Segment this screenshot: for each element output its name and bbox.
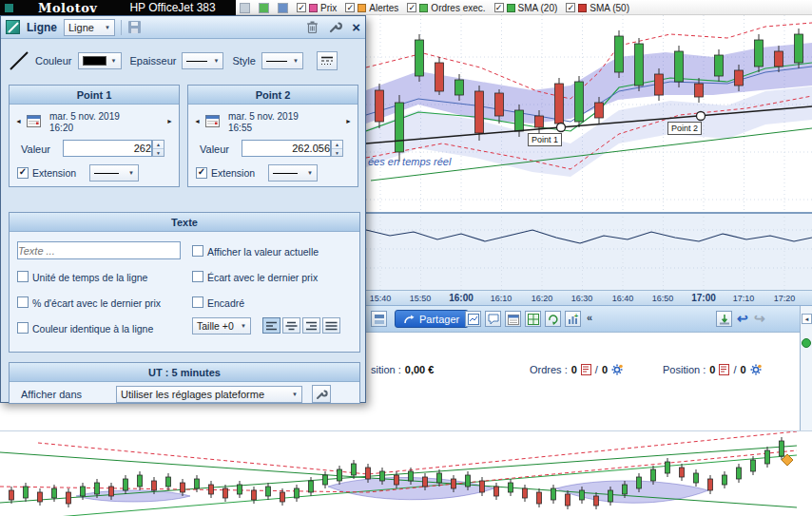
main-chart-area[interactable] bbox=[366, 15, 812, 290]
time-tick: 16:40 bbox=[612, 294, 634, 303]
couleur-identique-checkbox[interactable] bbox=[17, 322, 29, 334]
afficher-valeur-checkbox[interactable] bbox=[192, 245, 203, 257]
panels-icon[interactable] bbox=[371, 311, 387, 327]
layout-icon[interactable] bbox=[278, 3, 288, 13]
prev-bar-icon[interactable]: ◄ bbox=[15, 118, 22, 124]
linestyle-dropdown[interactable]: ▼ bbox=[261, 52, 303, 69]
checkbox[interactable]: ✓ bbox=[297, 3, 306, 12]
calendar-icon[interactable] bbox=[205, 114, 222, 128]
encadre-checkbox[interactable] bbox=[192, 296, 203, 308]
svg-text:+: + bbox=[574, 314, 578, 319]
date-display[interactable]: mar. 5 nov. 2019 16:55 bbox=[228, 111, 299, 134]
add-icon[interactable] bbox=[259, 3, 269, 13]
toggle-label: Alertes bbox=[369, 3, 398, 13]
orders-list-icon[interactable] bbox=[581, 364, 591, 375]
step-up-icon[interactable]: ▲ bbox=[153, 141, 164, 149]
afficher-dans-dropdown[interactable]: Utiliser les réglages plateforme ▼ bbox=[116, 386, 302, 403]
calendar-icon[interactable] bbox=[27, 114, 43, 128]
gear-icon[interactable] bbox=[611, 364, 623, 375]
daily-chart-area[interactable] bbox=[0, 430, 812, 516]
ecart-dernier-prix-checkbox[interactable] bbox=[192, 271, 203, 282]
checkbox[interactable]: ✓ bbox=[345, 3, 355, 12]
align-justify-button[interactable] bbox=[322, 317, 340, 334]
point2-header: Point 2 bbox=[188, 86, 358, 105]
toggle-alertes[interactable]: ✓ Alertes bbox=[345, 3, 398, 13]
tool-selector-dropdown[interactable]: Ligne ▼ bbox=[64, 19, 115, 36]
valeur-label: Valeur bbox=[200, 143, 229, 155]
dialog-title: Ligne bbox=[27, 21, 57, 34]
time-axis[interactable]: 15:40 15:50 16:00 16:10 16:20 16:30 16:4… bbox=[366, 290, 812, 306]
valeur-stepper[interactable]: ▲ ▼ bbox=[152, 140, 164, 157]
position-label: sition : bbox=[371, 364, 401, 375]
calendar-icon[interactable] bbox=[505, 311, 521, 327]
unite-temps-checkbox[interactable] bbox=[17, 271, 29, 282]
share-icon bbox=[404, 315, 415, 324]
time-value: 16:20 bbox=[49, 123, 120, 134]
extension-style-dropdown[interactable]: ▼ bbox=[89, 164, 139, 182]
pourcent-ecart-checkbox[interactable] bbox=[17, 296, 29, 308]
positions-list-icon[interactable] bbox=[719, 364, 729, 375]
texte-input[interactable] bbox=[17, 241, 181, 259]
unite-temps-label: Unité de temps de la ligne bbox=[32, 272, 147, 283]
step-down-icon[interactable]: ▼ bbox=[332, 149, 342, 157]
afficher-dans-value: Utiliser les réglages plateforme bbox=[121, 389, 264, 400]
checkbox[interactable]: ✓ bbox=[494, 3, 504, 12]
next-bar-icon[interactable]: ► bbox=[166, 118, 173, 124]
toggle-sma50[interactable]: ✓ SMA (50) bbox=[566, 3, 629, 13]
position-value: 0,00 € bbox=[405, 364, 435, 375]
delete-icon[interactable] bbox=[306, 20, 319, 34]
export-icon[interactable] bbox=[716, 311, 732, 327]
redo-icon[interactable]: ↪ bbox=[754, 310, 765, 327]
collapse-panel-icon[interactable]: ◄ bbox=[802, 314, 812, 324]
dialog-titlebar[interactable]: Ligne Ligne ▼ × bbox=[1, 16, 365, 39]
alert-icon bbox=[358, 4, 366, 12]
main-chart[interactable] bbox=[366, 15, 812, 290]
save-icon[interactable] bbox=[127, 20, 142, 34]
taskbar-app-officejet[interactable]: HP OfficeJet 383 bbox=[129, 1, 215, 14]
line-sample-icon bbox=[9, 50, 29, 71]
printer-icon[interactable] bbox=[240, 3, 250, 13]
partager-button[interactable]: Partager bbox=[395, 310, 469, 328]
undo-icon[interactable]: ↩ bbox=[737, 310, 748, 327]
chart-window-icon[interactable] bbox=[465, 311, 481, 327]
extension-style-dropdown[interactable]: ▼ bbox=[268, 164, 318, 182]
chart-add-icon[interactable]: + bbox=[565, 311, 581, 327]
align-center-button[interactable] bbox=[282, 317, 300, 334]
toggle-sma20[interactable]: ✓ SMA (20) bbox=[494, 3, 558, 13]
app-icon bbox=[5, 4, 13, 12]
align-right-button[interactable] bbox=[302, 317, 320, 334]
extension-checkbox[interactable]: ✓ bbox=[17, 167, 29, 179]
valeur-input[interactable] bbox=[242, 140, 331, 157]
collapse-icon[interactable]: « bbox=[587, 313, 592, 323]
extension-checkbox[interactable]: ✓ bbox=[196, 167, 207, 179]
wrench-icon[interactable] bbox=[328, 20, 342, 34]
valeur-stepper[interactable]: ▲ ▼ bbox=[331, 140, 343, 157]
close-icon[interactable]: × bbox=[352, 20, 360, 34]
chat-icon[interactable] bbox=[485, 311, 501, 327]
step-down-icon[interactable]: ▼ bbox=[153, 149, 164, 157]
date-display[interactable]: mar. 5 nov. 2019 16:20 bbox=[49, 111, 120, 134]
valeur-input[interactable] bbox=[63, 140, 152, 157]
texte-panel: Texte Afficher la valeur actuelle Unité … bbox=[9, 212, 360, 353]
chevron-down-icon: ▼ bbox=[128, 170, 134, 176]
toggle-ordres-exec[interactable]: ✓ Ordres exec. bbox=[407, 3, 485, 13]
prev-bar-icon[interactable]: ◄ bbox=[194, 118, 201, 124]
toggle-prix[interactable]: ✓ Prix bbox=[297, 3, 337, 13]
color-dropdown[interactable]: ▼ bbox=[78, 52, 122, 69]
next-bar-icon[interactable]: ► bbox=[345, 118, 352, 124]
taille-dropdown[interactable]: Taille +0 ▼ bbox=[192, 317, 251, 334]
line-presets-button[interactable] bbox=[317, 51, 338, 70]
ut-wrench-icon[interactable] bbox=[312, 385, 331, 403]
gear-icon[interactable] bbox=[750, 364, 762, 375]
couleur-label: Couleur bbox=[35, 55, 72, 67]
table-icon[interactable] bbox=[525, 311, 541, 327]
taskbar-app-molotov[interactable]: Molotov bbox=[38, 1, 97, 15]
time-value: 16:55 bbox=[228, 123, 299, 134]
align-left-button[interactable] bbox=[262, 317, 280, 334]
refresh-icon[interactable] bbox=[545, 311, 561, 327]
checkbox[interactable]: ✓ bbox=[407, 3, 416, 12]
daily-chart[interactable] bbox=[0, 431, 812, 516]
thickness-dropdown[interactable]: ▼ bbox=[182, 52, 223, 69]
step-up-icon[interactable]: ▲ bbox=[332, 141, 342, 149]
checkbox[interactable]: ✓ bbox=[566, 3, 575, 12]
